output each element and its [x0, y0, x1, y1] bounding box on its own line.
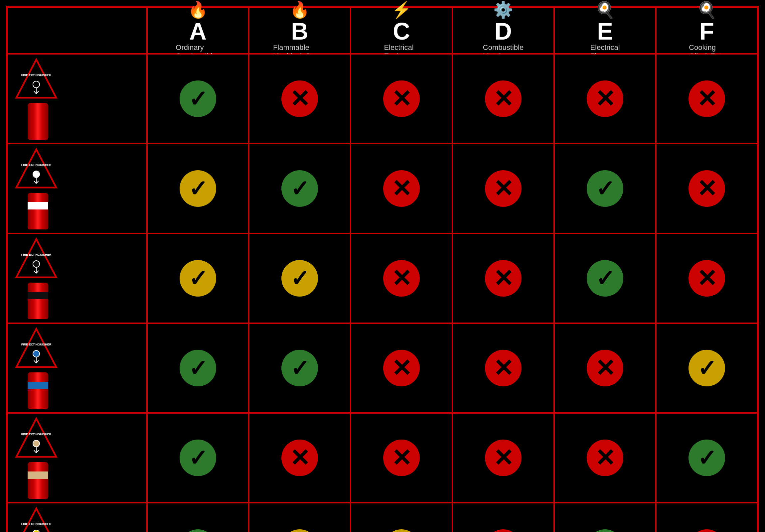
svg-point-32	[33, 530, 40, 532]
wet-d: ✕	[452, 413, 554, 503]
halon-c-status: ✓	[383, 529, 420, 532]
svg-marker-30	[16, 508, 56, 532]
wet-e: ✕	[554, 413, 656, 503]
dcp-b-status: ✓	[282, 260, 318, 296]
co2-f: ✓	[656, 323, 758, 413]
halon-e: ✓	[554, 503, 656, 532]
foam-a: ✓	[147, 144, 249, 234]
halon-c: ✓	[351, 503, 452, 532]
foam-triangle-icon: FIRE EXTINGUISHER	[15, 148, 58, 191]
svg-line-29	[36, 450, 39, 453]
class-c-letter: C	[393, 19, 410, 43]
water-e: ✕	[554, 54, 656, 144]
co2-e-status: ✕	[587, 350, 623, 386]
co2-b-status: ✓	[282, 350, 318, 386]
svg-text:FIRE EXTINGUISHER: FIRE EXTINGUISHER	[21, 74, 52, 77]
co2-a-status: ✓	[180, 350, 216, 386]
foam-f-status: ✕	[688, 170, 725, 207]
row-foam-label: FIRE EXTINGUISHER	[7, 144, 147, 234]
dcp-d: ✕	[452, 234, 554, 323]
svg-line-5	[36, 91, 39, 94]
water-f: ✕	[656, 54, 758, 144]
water-b-status: ✕	[282, 81, 318, 117]
header-col6: 🍳 F CookingOils & Fats	[656, 7, 758, 54]
row-co2-label: FIRE EXTINGUISHER	[7, 323, 147, 413]
fire-a-icon: 🔥	[188, 1, 208, 19]
svg-point-2	[33, 81, 40, 88]
water-triangle-icon: FIRE EXTINGUISHER	[15, 58, 58, 101]
wet-f: ✓	[656, 413, 758, 503]
fire-f-icon: 🍳	[697, 1, 717, 19]
svg-line-28	[34, 450, 36, 453]
co2-d-status: ✕	[485, 350, 521, 386]
halon-f-status: ✕	[688, 529, 725, 532]
dcp-c-status: ✕	[383, 260, 420, 296]
water-a-status: ✓	[180, 81, 216, 117]
dcp-d-status: ✕	[485, 260, 521, 296]
svg-line-22	[34, 360, 36, 363]
page: 🔥 A OrdinaryCombustibles 🔥 B FlammableLi…	[0, 0, 765, 532]
svg-point-20	[33, 350, 40, 357]
water-c-status: ✕	[383, 81, 420, 117]
dcp-c: ✕	[351, 234, 452, 323]
header-col1: 🔥 A OrdinaryCombustibles	[147, 7, 249, 54]
dcp-a-status: ✓	[180, 260, 216, 296]
header-col2: 🔥 B FlammableLiquids & Gases	[249, 7, 351, 54]
halon-triangle-icon: FIRE EXTINGUISHER	[15, 507, 58, 532]
wet-f-status: ✓	[688, 440, 725, 476]
co2-f-status: ✓	[688, 350, 725, 386]
foam-d-status: ✕	[485, 170, 521, 207]
foam-b: ✓	[249, 144, 351, 234]
halon-b-status: ✓	[282, 529, 318, 532]
foam-a-status: ✓	[180, 170, 216, 207]
svg-text:FIRE EXTINGUISHER: FIRE EXTINGUISHER	[21, 163, 52, 167]
class-a-letter: A	[189, 19, 207, 43]
wet-d-status: ✕	[485, 440, 521, 476]
header-col4: ⚙️ D CombustibleMetals	[452, 7, 554, 54]
water-b: ✕	[249, 54, 351, 144]
svg-line-10	[34, 181, 36, 184]
wet-a: ✓	[147, 413, 249, 503]
fire-e-icon: 🍳	[595, 1, 615, 19]
class-f-letter: F	[699, 19, 714, 43]
foam-e-status: ✓	[587, 170, 623, 207]
svg-point-14	[33, 261, 40, 267]
row-wet-label: FIRE EXTINGUISHER	[7, 413, 147, 503]
svg-line-23	[36, 360, 39, 363]
wet-c: ✕	[351, 413, 452, 503]
wet-c-status: ✕	[383, 440, 420, 476]
class-b-letter: B	[291, 19, 308, 43]
class-e-letter: E	[597, 19, 613, 43]
dcp-f: ✕	[656, 234, 758, 323]
halon-b: ✓	[249, 503, 351, 532]
fire-d-icon: ⚙️	[493, 1, 513, 19]
header-col3: ⚡ C ElectricalEquipment	[351, 7, 452, 54]
svg-text:FIRE EXTINGUISHER: FIRE EXTINGUISHER	[21, 522, 52, 526]
dcp-a: ✓	[147, 234, 249, 323]
svg-line-11	[36, 181, 39, 184]
header-col0	[7, 7, 147, 54]
foam-e: ✓	[554, 144, 656, 234]
svg-point-26	[33, 440, 40, 447]
wet-e-status: ✕	[587, 440, 623, 476]
row-halon-label: FIRE EXTINGUISHER	[7, 503, 147, 532]
co2-c: ✕	[351, 323, 452, 413]
halon-a: ✓	[147, 503, 249, 532]
co2-a: ✓	[147, 323, 249, 413]
dcp-b: ✓	[249, 234, 351, 323]
fire-b-icon: 🔥	[290, 1, 310, 19]
co2-b: ✓	[249, 323, 351, 413]
co2-d: ✕	[452, 323, 554, 413]
halon-d: ✕	[452, 503, 554, 532]
foam-c-status: ✕	[383, 170, 420, 207]
water-d-status: ✕	[485, 81, 521, 117]
header-col5: 🍳 E ElectricalFires	[554, 7, 656, 54]
wet-a-status: ✓	[180, 440, 216, 476]
halon-d-status: ✕	[485, 529, 521, 532]
row-water-label: FIRE EXTINGUISHER	[7, 54, 147, 144]
halon-a-status: ✓	[180, 529, 216, 532]
dcp-f-status: ✕	[688, 260, 725, 296]
halon-e-status: ✓	[587, 529, 623, 532]
wet-triangle-icon: FIRE EXTINGUISHER	[15, 417, 58, 460]
dcp-e-status: ✓	[587, 260, 623, 296]
